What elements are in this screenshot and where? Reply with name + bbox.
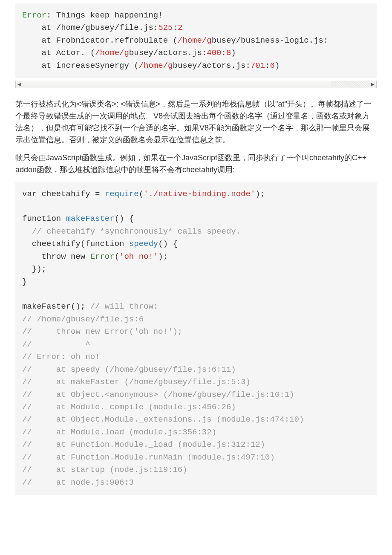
comment: // at Module._compile (module.js:456:26) — [22, 402, 236, 412]
code-text: } — [22, 277, 27, 286]
trace-text: at Actor. ( — [22, 48, 95, 58]
explainer-paragraph-1: 第一行被格式化为<错误类名>: <错误信息>，然后是一系列的堆栈信息帧（以"at… — [15, 98, 377, 146]
trace-num: 6 — [270, 61, 275, 70]
trace-text: busey/business-logic.js: — [212, 36, 329, 45]
trace-text: ) — [275, 61, 280, 70]
require-fn: require — [105, 189, 139, 199]
comment: // at Function.Module._load (module.js:3… — [22, 440, 265, 449]
comment: // throw new Error('oh no!'); — [22, 327, 182, 336]
comment: // cheetahify *synchronously* calls spee… — [22, 227, 241, 236]
comment: // at makeFaster (/home/gbusey/file.js:5… — [22, 377, 251, 387]
code-text: var cheetahify = — [22, 189, 105, 199]
comment: // at Object.<anonymous> (/home/gbusey/f… — [22, 390, 294, 399]
trace-text: : — [222, 48, 226, 58]
trace-num: 400 — [207, 48, 221, 58]
error-class: Error — [90, 252, 115, 261]
horizontal-scrollbar[interactable]: ◀ ▶ — [15, 81, 377, 88]
example-code-block: var cheetahify = require('./native-bindi… — [15, 182, 377, 495]
comment: // at startup (node.js:119:16) — [22, 465, 187, 474]
fn-name: makeFaster — [66, 214, 115, 223]
code-text: throw new — [22, 252, 90, 261]
trace-text: : — [265, 61, 270, 70]
comment: // at Object.Module._extensions..js (mod… — [22, 415, 304, 424]
code-text: }); — [22, 264, 46, 274]
trace-num: 8 — [226, 48, 231, 58]
comment: // at node.js:906:3 — [22, 478, 134, 487]
comment: // Error: oh no! — [22, 352, 100, 361]
trace-num: 525 — [158, 23, 173, 32]
trace-text: at Frobnicator.refrobulate ( — [22, 36, 178, 45]
code-text: makeFaster(); — [22, 302, 90, 311]
err-name: Error — [22, 11, 46, 20]
code-text: cheetahify(function — [22, 239, 129, 249]
comment: // at speedy (/home/gbusey/file.js:6:11) — [22, 365, 236, 374]
err-msg: Things keep happening! — [56, 11, 163, 20]
code-text: ); — [158, 252, 168, 261]
comment: // ^ — [22, 340, 90, 349]
trace-text: at increaseSynergy ( — [22, 61, 139, 70]
scroll-hatched-region — [331, 81, 369, 88]
comment: // will throw: — [90, 302, 159, 311]
code-text: function — [22, 214, 66, 223]
code-text: () { — [115, 214, 134, 223]
stack-trace-code-block: Error: Things keep happening! at /home/g… — [15, 3, 377, 78]
err-sep: : — [46, 11, 56, 20]
comment: // /home/gbusey/file.js:6 — [22, 315, 144, 324]
scroll-right-arrow-icon[interactable]: ▶ — [369, 81, 376, 87]
trace-num: 701 — [251, 61, 265, 70]
code-text: () { — [158, 239, 178, 249]
trace-line: at /home/gbusey/file.js: — [22, 23, 158, 32]
scroll-track[interactable] — [23, 81, 369, 88]
trace-text: busey/actors.js: — [173, 61, 250, 70]
trace-path: /home/g — [95, 48, 129, 58]
string-lit: './native-binding.node' — [144, 189, 255, 199]
string-lit: 'oh no!' — [119, 252, 158, 261]
trace-text: : — [173, 23, 177, 32]
code-text: ); — [255, 189, 265, 199]
fn-name: speedy — [129, 239, 158, 249]
trace-text: busey/actors.js: — [129, 48, 207, 58]
explainer-paragraph-2: 帧只会由JavaScript函数生成。例如，如果在一个JavaScript函数里… — [15, 152, 377, 176]
scroll-left-arrow-icon[interactable]: ◀ — [16, 81, 23, 87]
trace-path: /home/g — [178, 36, 212, 45]
code-text: ( — [139, 189, 144, 199]
trace-path: /home/g — [139, 61, 173, 70]
trace-num: 2 — [178, 23, 182, 32]
code-text: ( — [115, 252, 119, 261]
trace-text: ) — [231, 48, 236, 58]
comment: // at Module.load (module.js:356:32) — [22, 428, 216, 437]
comment: // at Function.Module.runMain (module.js… — [22, 453, 275, 462]
